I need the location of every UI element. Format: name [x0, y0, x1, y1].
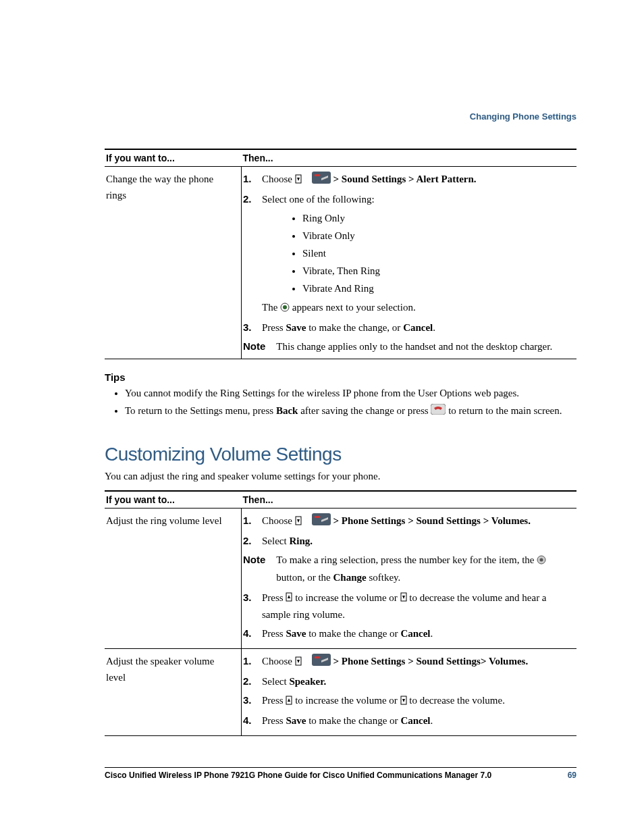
option-item: Vibrate Only [302, 228, 575, 244]
option-item: Vibrate, Then Ring [302, 263, 575, 279]
down-arrow-icon [295, 654, 302, 671]
step-number: 1. [243, 653, 252, 669]
page-number: 69 [568, 771, 576, 780]
section-intro: You can adjust the ring and speaker volu… [105, 471, 576, 482]
note-block: Note This change applies only to the han… [243, 338, 575, 355]
selected-dot-icon [280, 301, 290, 317]
save-label: Save [286, 715, 306, 726]
tip-item: You cannot modify the Ring Settings for … [125, 386, 576, 401]
appears-text: appears next to your selection. [292, 302, 416, 313]
step-text: Press [262, 715, 286, 726]
tip-text: To return to the Settings menu, press [125, 405, 276, 416]
step-2: 2. Select Speaker. [243, 673, 575, 689]
step-1-bold-path: > Sound Settings > Alert Pattern. [333, 174, 477, 184]
table1-header-col1: If you want to... [105, 149, 242, 167]
step-text: Press [262, 628, 286, 639]
step-text: to make the change or [306, 715, 400, 726]
option-item: Ring Only [302, 210, 575, 226]
table2-rowB-right: 1. Choose > Phone Settings > Sound Setti… [242, 649, 577, 736]
table-row: Adjust the speaker volume level 1. Choos… [105, 649, 576, 736]
step-2: 2. Select one of the following: Ring Onl… [243, 191, 575, 317]
cancel-label: Cancel [403, 322, 433, 333]
instruction-table-1: If you want to... Then... Change the way… [105, 149, 576, 359]
step-3: 3. Press Save to make the change, or Can… [243, 319, 575, 336]
save-label: Save [286, 628, 306, 639]
step-number: 3. [243, 692, 252, 708]
step-text: to decrease the volume. [409, 695, 505, 706]
speaker-label: Speaker. [289, 676, 326, 687]
tip-text: to return to the main screen. [448, 405, 562, 416]
step-1: 1. Choose > Sound Settings > Alert Patte… [243, 171, 575, 188]
step-1: 1. Choose > Phone Settings > Sound Setti… [243, 513, 575, 530]
step-number: 3. [243, 590, 252, 606]
step-1-bold-path: > Phone Settings > Sound Settings> Volum… [333, 656, 529, 667]
page-footer: Cisco Unified Wireless IP Phone 7921G Ph… [105, 767, 576, 780]
footer-title: Cisco Unified Wireless IP Phone 7921G Ph… [105, 771, 491, 780]
settings-tools-icon [312, 654, 331, 671]
note-text-b: button, or the [276, 572, 333, 583]
cancel-label: Cancel [400, 628, 430, 639]
down-arrow-icon [400, 590, 407, 606]
up-arrow-icon [286, 590, 292, 606]
step-text: Select one of the following: [262, 194, 375, 205]
step-number: 3. [243, 319, 252, 336]
change-label: Change [333, 572, 367, 583]
svg-point-8 [540, 558, 543, 561]
step-text: to make the change, or [306, 322, 403, 333]
step-number: 1. [243, 513, 252, 529]
step-number: 2. [243, 673, 252, 689]
note-text: This change applies only to the handset … [276, 338, 552, 355]
step-number: 4. [243, 712, 252, 729]
ring-label: Ring. [289, 536, 313, 546]
step-number: 4. [243, 625, 252, 642]
step-text: . [433, 322, 435, 333]
settings-tools-icon [312, 513, 331, 530]
note-block: Note To make a ring selection, press the… [243, 552, 575, 585]
table1-row1-left: Change the way the phone rings [105, 167, 242, 359]
step-4: 4. Press Save to make the change or Canc… [243, 625, 575, 642]
table1-header-col2: Then... [242, 149, 577, 167]
table2-header-col2: Then... [242, 491, 577, 509]
down-arrow-icon [295, 514, 302, 530]
table2-header-col1: If you want to... [105, 491, 242, 509]
up-arrow-icon [286, 694, 292, 710]
spacer [304, 656, 310, 667]
step-3: 3. Press to increase the volume or to de… [243, 692, 575, 710]
step-3: 3. Press to increase the volume or to de… [243, 590, 575, 623]
step-number: 2. [243, 533, 252, 549]
spacer [304, 515, 310, 526]
step-text: Choose [262, 174, 295, 184]
option-item: Silent [302, 245, 575, 261]
table2-rowA-left: Adjust the ring volume level [105, 508, 242, 648]
option-item: Vibrate And Ring [302, 280, 575, 296]
down-arrow-icon [400, 694, 407, 710]
end-call-icon [431, 404, 446, 419]
step-text: Select [262, 676, 289, 687]
note-label: Note [243, 552, 276, 585]
step-text: Choose [262, 656, 295, 667]
step-text: to increase the volume or [295, 592, 400, 603]
nav-button-icon [537, 553, 546, 569]
settings-tools-icon [312, 172, 331, 188]
note-text: To make a ring selection, press the numb… [276, 552, 575, 585]
step-text: to make the change or [306, 628, 400, 639]
tips-list: You cannot modify the Ring Settings for … [125, 386, 576, 419]
document-page: Changing Phone Settings If you want to..… [0, 0, 644, 834]
back-label: Back [276, 405, 298, 416]
step-text: . [431, 628, 433, 639]
step-text: to increase the volume or [295, 695, 400, 706]
the-text: The [262, 302, 280, 313]
tip-item: To return to the Settings menu, press Ba… [125, 403, 576, 419]
instruction-table-2: If you want to... Then... Adjust the rin… [105, 490, 576, 736]
step-2: 2. Select Ring. [243, 533, 575, 549]
step-1-bold-path: > Phone Settings > Sound Settings > Volu… [333, 515, 531, 526]
down-arrow-icon [295, 172, 302, 188]
cancel-label: Cancel [400, 715, 430, 726]
step-text: Select [262, 536, 289, 546]
tip-text: after saving the change or press [298, 405, 431, 416]
step-text: Press [262, 592, 286, 603]
note-text-a: To make a ring selection, press the numb… [276, 554, 537, 565]
step-text: Press [262, 695, 286, 706]
page-content: If you want to... Then... Change the way… [105, 149, 576, 736]
svg-point-3 [283, 305, 287, 309]
